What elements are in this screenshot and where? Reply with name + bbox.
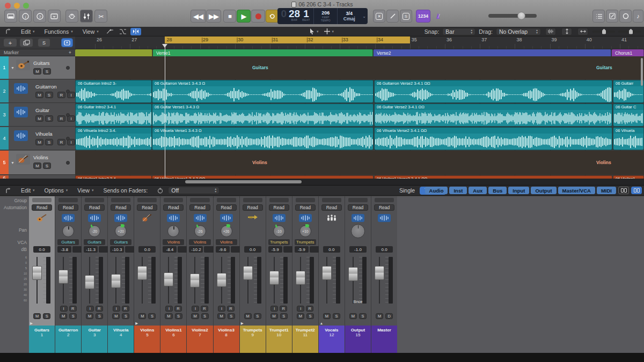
volume-db-value[interactable]: 0.0	[323, 246, 340, 253]
group-slot[interactable]	[269, 198, 289, 202]
channel-name-box[interactable]: Guitars1	[29, 326, 55, 353]
duplicate-track-button[interactable]	[19, 38, 33, 47]
mixer-filter-aux[interactable]: Aux	[469, 187, 487, 194]
horizontal-scrollbar[interactable]	[185, 180, 302, 183]
playhead[interactable]	[165, 44, 165, 179]
channel-strip-violins1[interactable]: ReadViolins-8.4IRMSViolins16	[160, 196, 186, 353]
channel-strip-guitarron[interactable]: ReadGuitars-3.8IRMSGuitarron2	[55, 196, 81, 353]
mute-button[interactable]: M	[376, 313, 383, 319]
pan-knob[interactable]	[167, 225, 179, 237]
solo-button[interactable]: S	[69, 313, 77, 319]
channel-name-box[interactable]: Violins16	[160, 326, 186, 353]
volume-db-value[interactable]: -10.2	[189, 246, 203, 253]
group-slot[interactable]	[137, 198, 157, 202]
forward-button[interactable]: ▶▶	[206, 10, 221, 23]
disclosure-triangle-icon[interactable]: ▼	[11, 161, 14, 165]
pan-knob-value[interactable]: +20	[115, 225, 127, 237]
vca-assignment[interactable]: Guitars	[57, 239, 79, 245]
track-solo-button[interactable]: S	[45, 139, 53, 145]
dim-button[interactable]: D	[385, 313, 393, 319]
mixer-wide-view-icon[interactable]	[631, 187, 642, 194]
channel-name-box[interactable]: Vihuela4	[108, 326, 134, 353]
solo-button[interactable]: S	[280, 313, 288, 319]
channel-strip-violins3[interactable]: Read+26Violins-9.6IRMSViolins38	[214, 196, 239, 353]
stack-disclosure-icon[interactable]: ▶	[30, 321, 33, 326]
channel-name-box[interactable]: Violins27	[187, 326, 213, 353]
record-enable-button[interactable]: R	[174, 306, 182, 312]
channel-strip-guitars[interactable]: Read0.0MS▶Guitars1	[29, 196, 55, 353]
vertical-zoom-slider[interactable]	[592, 31, 615, 33]
marker-Chorus1[interactable]: Chorus1	[612, 49, 644, 56]
add-track-button[interactable]: +	[3, 38, 17, 47]
automation-read-button[interactable]: Read	[111, 204, 131, 211]
bar-ruler[interactable]: 262728|29|30|31|32|33|3435363738394041	[75, 36, 644, 49]
mute-button[interactable]: M	[60, 313, 67, 319]
volume-db-value[interactable]: 0.0	[33, 246, 50, 253]
catch-playhead-icon[interactable]	[130, 28, 141, 35]
track-header-Violins[interactable]: 5▼ViolinsMS	[0, 151, 75, 175]
track-solo-button[interactable]: S	[38, 38, 50, 47]
vca-assignment[interactable]: Guitars	[110, 239, 131, 245]
mixer-menu-view[interactable]: View▾	[72, 187, 98, 194]
solo-button[interactable]: S	[96, 313, 103, 319]
audio-region[interactable]: 06 Guitar Verse1 3-4.3 Ω	[152, 104, 374, 127]
input-monitor-button[interactable]: I	[113, 306, 120, 312]
pan-knob-value[interactable]: -10	[273, 225, 285, 237]
solo-button[interactable]: S	[175, 313, 182, 319]
volume-fader[interactable]	[137, 266, 147, 280]
record-button[interactable]	[251, 10, 265, 23]
group-slot[interactable]	[85, 198, 104, 202]
volume-db-value[interactable]: -10.3	[110, 246, 124, 253]
volume-db-value[interactable]: -1.0	[349, 246, 367, 253]
channel-strip-guitar[interactable]: Read-20Guitars-11.3IRMSGuitar3	[82, 196, 107, 353]
volume-db-value[interactable]: -9.6	[216, 246, 230, 253]
audio-region[interactable]: 06 Guitar C	[613, 104, 644, 127]
volume-db-value[interactable]: 0.0	[376, 246, 393, 253]
solo-button[interactable]: S	[148, 313, 156, 319]
solo-button[interactable]: S	[43, 313, 50, 319]
channel-strip-vihuela[interactable]: Read+20Guitars-10.3IRMSVihuela4	[108, 196, 134, 353]
disclosure-triangle-icon[interactable]: ▼	[11, 66, 14, 70]
add-marker-button[interactable]: +	[69, 50, 71, 55]
input-monitor-button[interactable]: I	[297, 306, 304, 312]
vca-assignment[interactable]: Violins	[216, 239, 237, 245]
automation-read-button[interactable]: Read	[243, 204, 263, 211]
volume-fader[interactable]	[111, 274, 121, 288]
mute-button[interactable]: M	[165, 313, 172, 319]
track-solo-button[interactable]: S	[43, 68, 51, 75]
marker-Verse2[interactable]: Verse2	[374, 49, 611, 56]
input-monitor-button[interactable]: I	[218, 306, 225, 312]
channel-name-box[interactable]: Violins38	[214, 326, 239, 353]
pan-knob-value[interactable]: -26	[194, 225, 206, 237]
mixer-filter-input[interactable]: Input	[508, 187, 529, 194]
input-monitor-button[interactable]: I	[165, 306, 173, 312]
track-solo-button[interactable]: S	[45, 115, 53, 122]
mixer-narrow-view-icon[interactable]	[618, 187, 629, 194]
volume-fader[interactable]	[164, 272, 173, 286]
track-record-enable-button[interactable]: R	[57, 115, 65, 122]
group-slot[interactable]	[111, 198, 130, 202]
track-header-Vihuela[interactable]: 4VihuelaMSRI	[0, 127, 75, 150]
automation-read-button[interactable]: Read	[84, 204, 105, 211]
automation-read-button[interactable]: Read	[374, 204, 394, 211]
cycle-button[interactable]	[266, 10, 279, 23]
mixer-back-arrow-icon[interactable]	[0, 188, 16, 194]
audio-region[interactable]: 06 Guitar Intro2 3-4.1	[75, 104, 152, 127]
command-click-tool-menu[interactable]: ▾	[321, 28, 337, 34]
vca-assignment[interactable]: Guitars	[84, 239, 105, 245]
volume-slider-thumb[interactable]	[517, 12, 525, 20]
group-slot[interactable]	[190, 198, 209, 202]
input-monitor-button[interactable]: I	[192, 306, 199, 312]
solo-button[interactable]: S	[228, 313, 235, 319]
toolbar-toggle-icon[interactable]	[48, 10, 61, 23]
stack-disclosure-icon[interactable]: ▶	[241, 321, 244, 326]
track-mute-button[interactable]: M	[35, 115, 43, 122]
record-enable-button[interactable]: R	[96, 306, 103, 312]
pan-knob-value[interactable]: -20	[89, 225, 100, 237]
pencil-icon[interactable]	[386, 10, 399, 23]
audio-region[interactable]: 06 Guitarron Intro2 3-	[75, 80, 152, 103]
power-icon[interactable]	[152, 188, 168, 194]
group-slot[interactable]	[348, 198, 368, 202]
snap-select[interactable]: Bar▴▾	[442, 28, 475, 35]
mute-button[interactable]: M	[112, 313, 120, 319]
